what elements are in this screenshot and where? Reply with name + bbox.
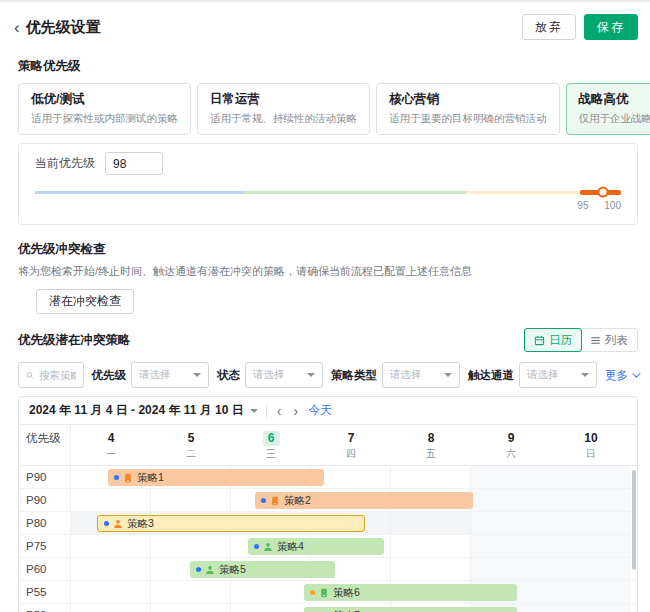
day-header-row: 优先级 4 一 5 二 6 三 7 四 8 五 9 六 10 日: [19, 425, 637, 466]
discard-button[interactable]: 放弃: [522, 14, 576, 40]
strategy-bar[interactable]: 策略5: [190, 561, 335, 578]
gantt-row: P90 策略2: [19, 489, 637, 512]
row-priority-label: P80: [19, 512, 71, 534]
day-weekday: 日: [551, 447, 631, 461]
priority-panel: 当前优先级 95 100: [18, 143, 638, 225]
status-dot: [114, 475, 119, 480]
calendar-view-button[interactable]: 日历: [524, 328, 582, 352]
tier-card[interactable]: 低优/测试 适用于探索性或内部测试的策略: [18, 83, 191, 135]
slider-track: [35, 188, 621, 196]
day-weekday: 四: [311, 447, 391, 461]
filter-item: 策略类型 请选择: [331, 362, 460, 388]
gantt-row: P80 策略3: [19, 512, 637, 535]
day-weekday: 二: [151, 447, 231, 461]
filter-item: 触达通道 请选择: [468, 362, 597, 388]
day-header-cell[interactable]: 9 六: [471, 425, 551, 465]
search-box[interactable]: [18, 362, 84, 388]
priority-value-input[interactable]: [105, 152, 163, 175]
next-week-button[interactable]: ›: [291, 404, 300, 418]
strategy-bar-label: 策略1: [137, 471, 164, 485]
gantt-row: P60 策略5: [19, 558, 637, 581]
page-header: ‹ 优先级设置 放弃 保存: [0, 2, 650, 48]
tiers-section-title: 策略优先级: [18, 58, 638, 75]
day-header-cell[interactable]: 10 日: [551, 425, 631, 465]
tier-card-desc: 适用于重要的目标明确的营销活动: [389, 112, 547, 126]
day-header-cell[interactable]: 5 二: [151, 425, 231, 465]
person-icon: [263, 542, 273, 552]
day-header-cell[interactable]: 8 五: [391, 425, 471, 465]
strategy-bar-label: 策略7: [333, 609, 360, 612]
day-number: 8: [423, 431, 440, 446]
status-dot: [254, 544, 259, 549]
conflict-list-header: 优先级潜在冲突策略 日历 列表: [18, 328, 638, 352]
strategy-bar-label: 策略4: [277, 540, 304, 554]
list-icon: [590, 335, 601, 346]
tier-card-desc: 适用于探索性或内部测试的策略: [31, 112, 178, 126]
tier-card-title: 战略高优: [579, 91, 650, 108]
filter-select[interactable]: 请选择: [131, 362, 209, 388]
strategy-bar[interactable]: 策略1: [108, 469, 324, 486]
filter-select[interactable]: 请选择: [245, 362, 323, 388]
row-priority-label: P60: [19, 558, 71, 580]
date-range-picker[interactable]: 2024 年 11 月 4 日 - 2024 年 11 月 10 日: [29, 402, 258, 419]
save-button[interactable]: 保存: [584, 14, 638, 40]
today-button[interactable]: 今天: [308, 402, 332, 419]
strategy-bar[interactable]: 策略7: [304, 607, 517, 612]
day-weekday: 三: [231, 447, 311, 461]
strategy-bar-label: 策略2: [284, 494, 311, 508]
header-actions: 放弃 保存: [522, 14, 638, 40]
tier-card[interactable]: 核心营销 适用于重要的目标明确的营销活动: [376, 83, 560, 135]
day-header-cell[interactable]: 6 三: [231, 425, 311, 465]
phone-icon: [270, 496, 280, 506]
list-view-label: 列表: [605, 333, 628, 348]
chevron-down-icon: [193, 373, 201, 377]
strategy-bar[interactable]: 策略3: [97, 515, 365, 532]
status-dot: [196, 567, 201, 572]
day-weekday: 五: [391, 447, 471, 461]
slider-handle[interactable]: [598, 187, 609, 198]
weekend-shade: [471, 558, 631, 580]
list-view-button[interactable]: 列表: [581, 329, 637, 351]
filter-select[interactable]: 请选择: [519, 362, 597, 388]
tier-card[interactable]: 日常运营 适用于常规、持续性的活动策略: [197, 83, 370, 135]
status-dot: [104, 521, 109, 526]
select-placeholder: 请选择: [253, 368, 285, 382]
strategy-bar[interactable]: 策略2: [255, 492, 473, 509]
strategy-bar[interactable]: 策略4: [248, 538, 384, 555]
select-placeholder: 请选择: [390, 368, 422, 382]
row-priority-label: P55: [19, 581, 71, 603]
gantt-row: P50 策略7: [19, 604, 637, 612]
tier-card[interactable]: 战略高优 仅用于企业战略级高优策略: [566, 83, 650, 135]
day-header-cell[interactable]: 7 四: [311, 425, 391, 465]
phone-icon: [123, 473, 133, 483]
priority-slider[interactable]: [35, 188, 621, 196]
day-weekday: 六: [471, 447, 551, 461]
current-priority-label: 当前优先级: [35, 155, 95, 172]
priority-column-header: 优先级: [19, 425, 71, 465]
calendar-view-label: 日历: [549, 333, 572, 348]
day-number: 7: [343, 431, 360, 446]
tier-card-desc: 仅用于企业战略级高优策略: [579, 112, 650, 126]
tier-card-title: 核心营销: [389, 91, 547, 108]
row-priority-label: P90: [19, 466, 71, 488]
select-placeholder: 请选择: [527, 368, 559, 382]
day-header-cell[interactable]: 4 一: [71, 425, 151, 465]
search-input[interactable]: [39, 369, 75, 381]
conflict-check-button[interactable]: 潜在冲突检查: [36, 289, 134, 314]
filter-label: 触达通道: [468, 368, 514, 383]
prev-week-button[interactable]: ‹: [275, 404, 284, 418]
conflict-check-desc: 将为您检索开始/终止时间、触达通道有潜在冲突的策略，请确保当前流程已配置上述任意…: [18, 264, 638, 279]
filter-label: 策略类型: [331, 368, 377, 383]
strategy-bar-label: 策略3: [127, 517, 154, 531]
page-title: 优先级设置: [26, 18, 101, 37]
weekend-shade: [471, 512, 631, 534]
more-filters-link[interactable]: 更多: [605, 368, 638, 383]
date-range-label: 2024 年 11 月 4 日 - 2024 年 11 月 10 日: [29, 402, 244, 419]
filter-label: 状态: [217, 368, 240, 383]
filter-select[interactable]: 请选择: [382, 362, 460, 388]
vertical-scrollbar-thumb[interactable]: [632, 470, 636, 570]
strategy-bar[interactable]: 策略6: [304, 584, 517, 601]
slider-segment: [466, 191, 580, 194]
back-icon[interactable]: ‹: [10, 19, 24, 36]
slider-segment: [35, 191, 243, 194]
